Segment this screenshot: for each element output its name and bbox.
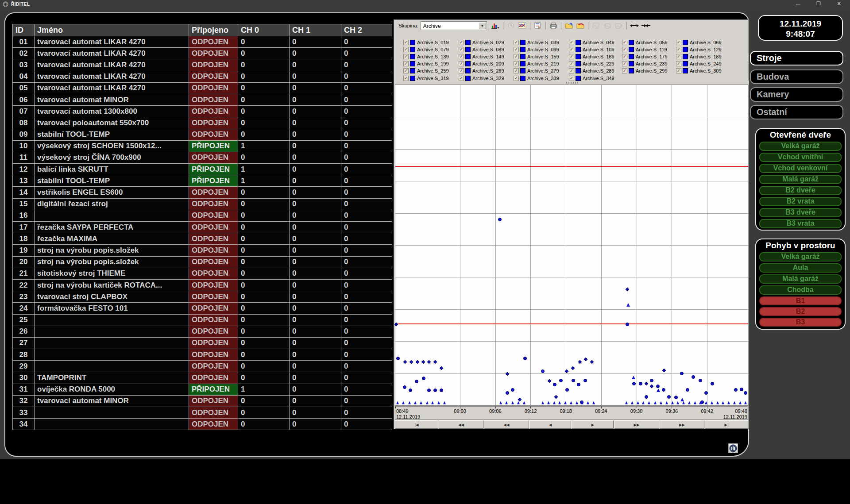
series-checkbox[interactable]: ✓ <box>676 61 681 66</box>
machine-row[interactable]: 16ODPOJEN000 <box>13 210 392 221</box>
machine-row[interactable]: 13stabilní TOOL-TEMPPŘIPOJEN100 <box>13 175 392 187</box>
series-checkbox[interactable]: ✓ <box>459 40 464 45</box>
column-header[interactable]: CH 2 <box>341 24 392 36</box>
motion-status-button[interactable]: Aula <box>759 263 842 273</box>
series-checkbox[interactable]: ✓ <box>514 54 519 59</box>
machine-row[interactable]: 05tvarovací automat LIKAR 4270ODPOJEN000 <box>13 82 392 94</box>
series-checkbox[interactable]: ✓ <box>514 40 519 45</box>
sidebar-nav-kamery[interactable]: Kamery <box>750 87 843 102</box>
sidebar-nav-stroje[interactable]: Stroje <box>750 51 843 65</box>
curves-icon[interactable] <box>517 21 528 31</box>
folder-export-icon[interactable] <box>575 21 586 31</box>
machine-row[interactable]: 19stroj na výrobu popis.složekODPOJEN000 <box>13 245 392 256</box>
minimize-button[interactable]: — <box>791 0 806 8</box>
time-nav-button[interactable]: ◀ <box>529 420 572 429</box>
motion-status-button[interactable]: Velká garáž <box>759 252 842 262</box>
machine-row[interactable]: 17řezačka SAYPA PERFECTAODPOJEN000 <box>13 222 392 233</box>
series-checkbox[interactable]: ✓ <box>622 47 627 52</box>
machine-row[interactable]: 07tvarovací automat 1300x800ODPOJEN000 <box>13 106 392 117</box>
column-header[interactable]: Připojeno <box>189 24 238 36</box>
machine-row[interactable]: 29ODPOJEN000 <box>13 361 392 372</box>
machine-row[interactable]: 08tvarovací poloautomat 550x700ODPOJEN00… <box>13 117 392 129</box>
machine-row[interactable]: 27ODPOJEN000 <box>13 337 392 349</box>
group-dropdown[interactable]: Archive ▼ <box>421 21 487 30</box>
close-button[interactable]: ✕ <box>831 0 846 8</box>
door-status-button[interactable]: B3 dveře <box>759 208 842 217</box>
time-nav-button[interactable]: ▶| <box>705 420 748 429</box>
time-nav-button[interactable]: ▶▶ <box>614 420 659 429</box>
machine-row[interactable]: 12balící linka SKRUTTPŘIPOJEN100 <box>13 164 392 175</box>
series-checkbox[interactable]: ✓ <box>569 54 574 59</box>
series-checkbox[interactable]: ✓ <box>622 40 627 45</box>
machine-row[interactable]: 31ovíječka RONDA 5000PŘIPOJEN100 <box>13 384 392 395</box>
series-checkbox[interactable]: ✓ <box>676 54 681 59</box>
time-nav-button[interactable]: ◀◀ <box>484 420 529 429</box>
series-checkbox[interactable]: ✓ <box>403 76 409 81</box>
chart-type-icon[interactable] <box>490 21 501 31</box>
motion-alarm-button[interactable]: B3 <box>759 318 842 327</box>
machine-row[interactable]: 15digitální řezací strojODPOJEN000 <box>13 198 392 210</box>
series-checkbox[interactable]: ✓ <box>569 68 574 73</box>
machine-row[interactable]: 18řezačka MAXIMAODPOJEN000 <box>13 233 392 245</box>
door-status-button[interactable]: B3 vrata <box>759 219 842 228</box>
door-status-button[interactable]: B2 dveře <box>759 186 842 195</box>
collapse-horizontal-icon[interactable] <box>640 21 652 31</box>
door-status-button[interactable]: Vchod venkovní <box>759 164 842 173</box>
series-checkbox[interactable]: ✓ <box>403 68 409 73</box>
series-checkbox[interactable]: ✓ <box>403 40 409 45</box>
folder-import-icon[interactable] <box>563 21 575 31</box>
machine-row[interactable]: 11výsekový stroj ČÍNA 700x900ODPOJEN000 <box>13 152 392 163</box>
machine-row[interactable]: 14vstřikolis ENGEL ES600ODPOJEN000 <box>13 187 392 198</box>
machine-row[interactable]: 03tvarovací automat LIKAR 4270ODPOJEN000 <box>13 59 392 71</box>
time-nav-button[interactable]: ◀◀ <box>439 420 483 429</box>
series-checkbox[interactable]: ✓ <box>514 76 519 81</box>
series-checkbox[interactable]: ✓ <box>459 61 464 66</box>
series-checkbox[interactable]: ✓ <box>622 61 627 66</box>
column-header[interactable]: ID <box>13 24 35 36</box>
machine-row[interactable]: 26ODPOJEN000 <box>13 326 392 337</box>
door-status-button[interactable]: Velká garáž <box>759 142 842 151</box>
time-nav-button[interactable]: |◀ <box>395 420 438 429</box>
series-checkbox[interactable]: ✓ <box>403 54 409 59</box>
machine-row[interactable]: 33ODPOJEN000 <box>13 407 392 419</box>
series-checkbox[interactable]: ✓ <box>459 68 464 73</box>
column-header[interactable]: CH 0 <box>238 24 290 36</box>
series-checkbox[interactable]: ✓ <box>514 47 519 52</box>
machine-row[interactable]: 04tvarovací automat LIKAR 4270ODPOJEN000 <box>13 71 392 82</box>
chevron-down-icon[interactable]: ▼ <box>479 22 486 29</box>
machine-row[interactable]: 32tvarovací automat MINORODPOJEN000 <box>13 395 392 407</box>
machine-row[interactable]: 25ODPOJEN000 <box>13 314 392 326</box>
machine-row[interactable]: 28ODPOJEN000 <box>13 349 392 361</box>
restore-button[interactable]: ❐ <box>811 0 826 8</box>
door-status-button[interactable]: Vchod vnitřní <box>759 153 842 162</box>
series-checkbox[interactable]: ✓ <box>676 40 681 45</box>
machine-row[interactable]: 23tvarovací stroj CLAPBOXODPOJEN000 <box>13 291 392 303</box>
report-icon[interactable] <box>532 21 544 31</box>
series-checkbox[interactable]: ✓ <box>403 61 409 66</box>
chart-settings-button[interactable] <box>728 443 738 453</box>
series-checkbox[interactable]: ✓ <box>514 68 519 73</box>
series-checkbox[interactable]: ✓ <box>622 68 627 73</box>
machine-row[interactable]: 24formátovačka FESTO 101ODPOJEN000 <box>13 303 392 314</box>
series-checkbox[interactable]: ✓ <box>403 47 409 52</box>
series-checkbox[interactable]: ✓ <box>569 47 574 52</box>
sidebar-nav-ostatní[interactable]: Ostatní <box>750 105 843 119</box>
machine-row[interactable]: 30TAMPOPRINTODPOJEN000 <box>13 372 392 384</box>
motion-status-button[interactable]: Chodba <box>759 285 842 295</box>
series-checkbox[interactable]: ✓ <box>459 76 464 81</box>
column-header[interactable]: Jméno <box>35 24 189 36</box>
series-checkbox[interactable]: ✓ <box>569 76 574 81</box>
series-checkbox[interactable]: ✓ <box>459 47 464 52</box>
motion-alarm-button[interactable]: B1 <box>759 296 842 305</box>
series-checkbox[interactable]: ✓ <box>569 40 574 45</box>
series-checkbox[interactable]: ✓ <box>676 68 681 73</box>
machine-row[interactable]: 34ODPOJEN000 <box>13 419 392 430</box>
column-header[interactable]: CH 1 <box>290 24 341 36</box>
machine-row[interactable]: 21sítotiskový stroj THIEMEODPOJEN000 <box>13 268 392 279</box>
machine-row[interactable]: 02tvarovací automat LIKAR 4270ODPOJEN000 <box>13 48 392 59</box>
series-checkbox[interactable]: ✓ <box>676 47 681 52</box>
motion-status-button[interactable]: Malá garáž <box>759 274 842 284</box>
time-nav-button[interactable]: ▶▶ <box>660 420 704 429</box>
door-status-button[interactable]: B2 vrata <box>759 197 842 206</box>
motion-alarm-button[interactable]: B2 <box>759 307 842 316</box>
